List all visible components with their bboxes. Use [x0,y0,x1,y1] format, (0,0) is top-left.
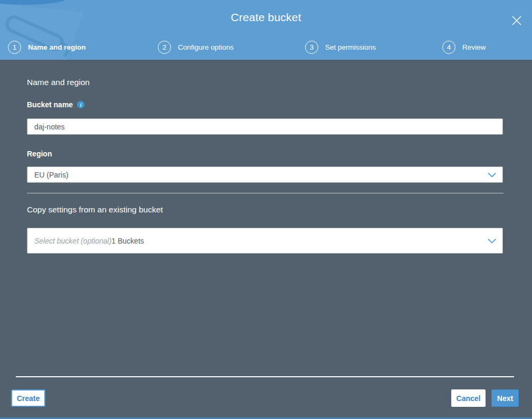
step-configure-options[interactable]: 2 Configure options [158,40,234,54]
chevron-down-icon [488,172,496,177]
next-button[interactable]: Next [491,389,519,407]
step-3-circle: 3 [305,41,318,54]
step-name-and-region[interactable]: 1 Name and region [8,40,86,54]
info-icon[interactable]: i [77,101,84,108]
section-heading-name-region: Name and region [27,78,90,87]
copy-settings-bucket-count: 1 Buckets [111,237,144,245]
create-bucket-modal: Create bucket 1 Name and region 2 Config… [0,0,532,419]
step-2-circle: 2 [158,41,171,54]
close-icon[interactable] [510,14,524,27]
cancel-button[interactable]: Cancel [451,389,486,407]
step-3-label: Set permissions [325,43,376,51]
step-4-label: Review [462,43,486,51]
region-select[interactable]: EU (Paris) [27,166,503,183]
step-1-label: Name and region [28,43,86,51]
bucket-name-label-text: Bucket name [27,100,73,109]
copy-settings-select[interactable]: Select bucket (optional) 1 Buckets [27,228,503,254]
region-label: Region [27,150,52,158]
copy-settings-heading: Copy settings from an existing bucket [27,205,163,215]
step-review[interactable]: 4 Review [442,40,486,54]
footer-divider [16,376,514,377]
bucket-name-label: Bucket name i [27,100,84,109]
section-divider [27,193,504,193]
step-1-circle: 1 [8,41,21,54]
step-4-circle: 4 [442,41,455,54]
region-selected-value: EU (Paris) [34,171,69,179]
modal-header: Create bucket 1 Name and region 2 Config… [0,0,532,60]
modal-title: Create bucket [0,0,532,35]
create-button[interactable]: Create [11,389,45,407]
copy-settings-placeholder: Select bucket (optional) [34,237,111,245]
region-label-text: Region [27,150,52,158]
step-set-permissions[interactable]: 3 Set permissions [305,40,376,54]
bucket-name-input[interactable] [27,118,503,135]
chevron-down-icon [488,238,496,243]
step-2-label: Configure options [178,43,234,51]
